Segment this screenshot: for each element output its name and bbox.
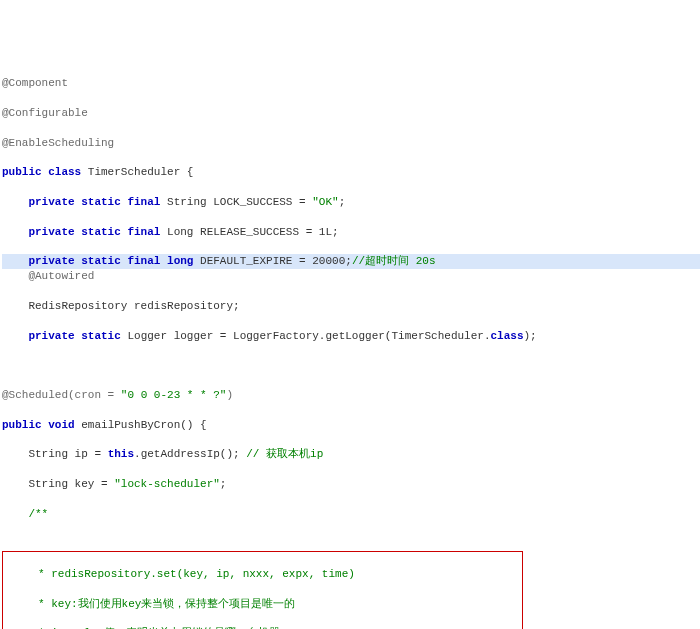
code-text: ; — [339, 196, 346, 208]
code-line: RedisRepository redisRepository; — [2, 299, 700, 314]
code-block: @Component @Configurable @EnableScheduli… — [2, 61, 700, 629]
code-text: ); — [524, 330, 537, 342]
red-outlined-comment-block: * redisRepository.set(key, ip, nxxx, exp… — [2, 536, 700, 629]
code-line: String key = "lock-scheduler"; — [2, 477, 700, 492]
keyword: class — [491, 330, 524, 342]
comment-line: /** — [2, 507, 700, 522]
code-line: private static Logger logger = LoggerFac… — [2, 329, 700, 344]
code-line: private static final Long RELEASE_SUCCES… — [2, 225, 700, 240]
blank-line — [2, 358, 700, 373]
keyword: private static final — [2, 196, 160, 208]
annotation: ) — [226, 389, 233, 401]
annotation: @Scheduled(cron = — [2, 389, 121, 401]
code-text: DEFAULT_EXPIRE = 20000; — [193, 255, 351, 267]
keyword: private static final — [2, 226, 160, 238]
keyword: private static final long — [2, 255, 193, 267]
comment: // 获取本机ip — [246, 448, 323, 460]
string-literal: "0 0 0-23 * * ?" — [121, 389, 227, 401]
code-line: public class TimerScheduler { — [2, 165, 700, 180]
class-name: TimerScheduler { — [81, 166, 193, 178]
comment: /** — [2, 508, 48, 520]
code-text: Long RELEASE_SUCCESS = 1L; — [160, 226, 338, 238]
keyword: public void — [2, 419, 75, 431]
string-literal: "OK" — [312, 196, 338, 208]
keyword: public class — [2, 166, 81, 178]
keyword: private static — [2, 330, 121, 342]
code-text: String key = — [2, 478, 114, 490]
annotation: @EnableScheduling — [2, 137, 114, 149]
code-text: Logger logger = LoggerFactory.getLogger(… — [121, 330, 491, 342]
code-text: emailPushByCron() { — [75, 419, 207, 431]
annotation: @Autowired — [2, 270, 94, 282]
code-line: String ip = this.getAddressIp(); // 获取本机… — [2, 447, 700, 462]
annotation: @Component — [2, 77, 68, 89]
code-line: @Autowired — [2, 269, 700, 284]
code-text: RedisRepository redisRepository; — [2, 300, 240, 312]
string-literal: "lock-scheduler" — [114, 478, 220, 490]
code-line: @Component — [2, 76, 700, 91]
comment: //超时时间 20s — [352, 255, 436, 267]
comment: * key:我们使用key来当锁，保持整个项目是唯一的 — [5, 598, 295, 610]
annotation: @Configurable — [2, 107, 88, 119]
comment-line: * key:我们使用key来当锁，保持整个项目是唯一的 — [5, 597, 520, 612]
red-highlight-box: * redisRepository.set(key, ip, nxxx, exp… — [2, 551, 523, 629]
comment: redisRepository.set(key, ip, nxxx, expx,… — [51, 568, 355, 580]
code-text: String ip = — [2, 448, 108, 460]
comment-line: * redisRepository.set(key, ip, nxxx, exp… — [5, 567, 520, 582]
highlighted-line: private static final long DEFAULT_EXPIRE… — [2, 254, 700, 269]
code-line: private static final String LOCK_SUCCESS… — [2, 195, 700, 210]
code-line: @Scheduled(cron = "0 0 0-23 * * ?") — [2, 388, 700, 403]
code-text: .getAddressIp(); — [134, 448, 246, 460]
code-text: ; — [220, 478, 227, 490]
code-line: @Configurable — [2, 106, 700, 121]
keyword: this — [108, 448, 134, 460]
comment: * — [5, 568, 51, 580]
code-line: public void emailPushByCron() { — [2, 418, 700, 433]
code-text: String LOCK_SUCCESS = — [160, 196, 312, 208]
code-line: @EnableScheduling — [2, 136, 700, 151]
